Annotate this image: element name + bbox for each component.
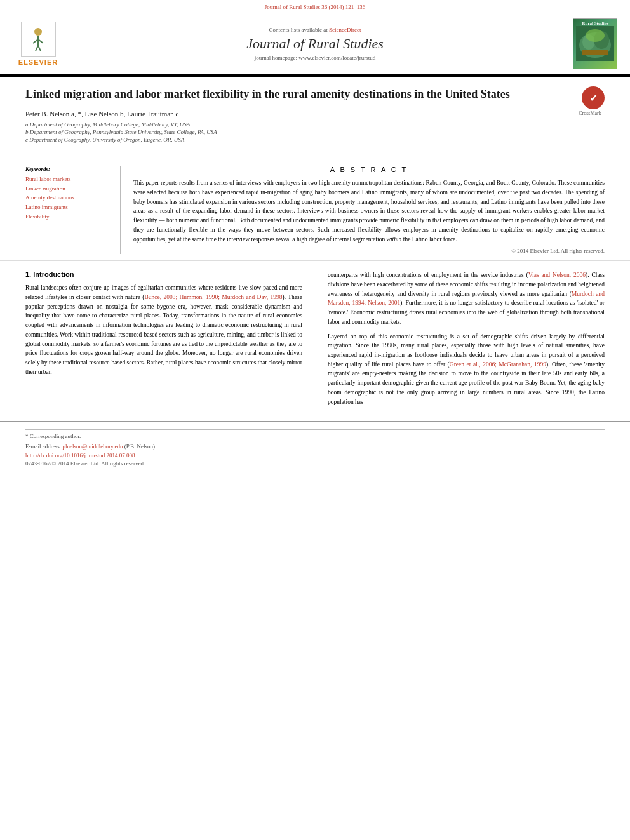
svg-point-12	[586, 29, 605, 42]
intro-paragraph-right-2: Layered on top of this economic restruct…	[328, 332, 605, 407]
keyword-3: Amenity destinations	[25, 194, 112, 202]
affiliations: a Department of Geography, Middlebury Co…	[25, 121, 563, 143]
rural-studies-image	[576, 26, 614, 61]
affiliation-a: a Department of Geography, Middlebury Co…	[25, 121, 563, 128]
doi-line: http://dx.doi.org/10.1016/j.jrurstud.201…	[25, 452, 605, 458]
abstract-text-after: the Latino labor force.	[401, 236, 457, 243]
journal-title-main: Journal of Rural Studies	[64, 36, 566, 52]
keyword-4: Latino immigrants	[25, 203, 112, 211]
body-right-col: counterparts with high concentrations of…	[321, 270, 605, 411]
authors-line: Peter B. Nelson a, *, Lise Nelson b, Lau…	[25, 110, 563, 117]
footnotes-section: * Corresponding author. E-mail address: …	[0, 421, 630, 472]
journal-homepage-line: journal homepage: www.elsevier.com/locat…	[64, 55, 566, 61]
body-left-col: 1. Introduction Rural landscapes often c…	[25, 270, 309, 411]
email-note: E-mail address: plnelson@middlebury.edu …	[25, 443, 605, 451]
doi-link[interactable]: http://dx.doi.org/10.1016/j.jrurstud.201…	[25, 452, 135, 458]
abstract-col: A B S T R A C T This paper reports resul…	[133, 166, 605, 254]
vias-nelson-link[interactable]: Vias and Nelson, 2006	[528, 272, 586, 278]
authors-text: Peter B. Nelson a, *, Lise Nelson b, Lau…	[25, 110, 178, 117]
email-link[interactable]: plnelson@middlebury.edu	[62, 443, 123, 450]
keyword-1: Rural labor markets	[25, 175, 112, 183]
affiliation-c: c Department of Geography, University of…	[25, 137, 563, 143]
svg-point-1	[34, 28, 42, 36]
body-section: 1. Introduction Rural landscapes often c…	[0, 261, 630, 421]
sciencedirect-link[interactable]: ScienceDirect	[329, 27, 361, 33]
journal-header-center: Contents lists available at ScienceDirec…	[64, 27, 566, 61]
crossmark-label: CrossMark	[579, 110, 601, 116]
copyright-line: 0743-0167/© 2014 Elsevier Ltd. All right…	[25, 460, 605, 467]
intro-paragraph-right-1: counterparts with high concentrations of…	[328, 270, 605, 326]
journal-header: ELSEVIER Contents lists available at Sci…	[0, 13, 630, 76]
abstract-text-main: This paper reports results from a series…	[133, 180, 605, 242]
abstract-heading: A B S T R A C T	[133, 166, 605, 173]
keyword-2: Linked migration	[25, 185, 112, 193]
elsevier-icon	[21, 22, 56, 57]
keywords-col: Keywords: Rural labor markets Linked mig…	[25, 166, 121, 254]
sciencedirect-line: Contents lists available at ScienceDirec…	[64, 27, 566, 33]
affiliation-b: b Department of Geography, Pennsylvania …	[25, 129, 563, 135]
elsevier-text: ELSEVIER	[18, 58, 58, 66]
bunce-link[interactable]: Bunce, 2003; Hummon, 1990; Murdoch and D…	[144, 294, 282, 300]
article-title: Linked migration and labor market flexib…	[25, 86, 563, 102]
abstract-copyright: © 2014 Elsevier Ltd. All rights reserved…	[133, 248, 605, 254]
keyword-5: Flexibility	[25, 213, 112, 221]
crossmark-badge: ✓	[582, 86, 605, 109]
rural-studies-thumb-title: Rural Studies	[582, 21, 608, 26]
rural-studies-thumbnail: Rural Studies	[573, 18, 617, 69]
svg-rect-11	[582, 50, 608, 55]
elsevier-logo: ELSEVIER	[13, 22, 64, 66]
corresponding-author-note: * Corresponding author.	[25, 432, 605, 441]
murdoch-link[interactable]: Murdoch and Marsden, 1994; Nelson, 2001	[328, 291, 605, 307]
abstract-italic-word: within	[387, 236, 402, 243]
page-wrapper: Journal of Rural Studies 36 (2014) 121–1…	[0, 0, 630, 840]
green-link[interactable]: Green et al., 2006; McGranahan, 1999	[450, 361, 546, 368]
elsevier-tree-svg	[24, 25, 52, 53]
intro-paragraph-left: Rural landscapes often conjure up images…	[25, 283, 302, 377]
top-citation-bar: Journal of Rural Studies 36 (2014) 121–1…	[0, 0, 630, 13]
article-content: Linked migration and labor market flexib…	[0, 77, 630, 159]
keywords-title: Keywords:	[25, 166, 112, 172]
abstract-section: Keywords: Rural labor markets Linked mig…	[0, 159, 630, 261]
section-1-heading: 1. Introduction	[25, 270, 302, 278]
abstract-text: This paper reports results from a series…	[133, 178, 605, 244]
citation-text: Journal of Rural Studies 36 (2014) 121–1…	[265, 4, 365, 10]
